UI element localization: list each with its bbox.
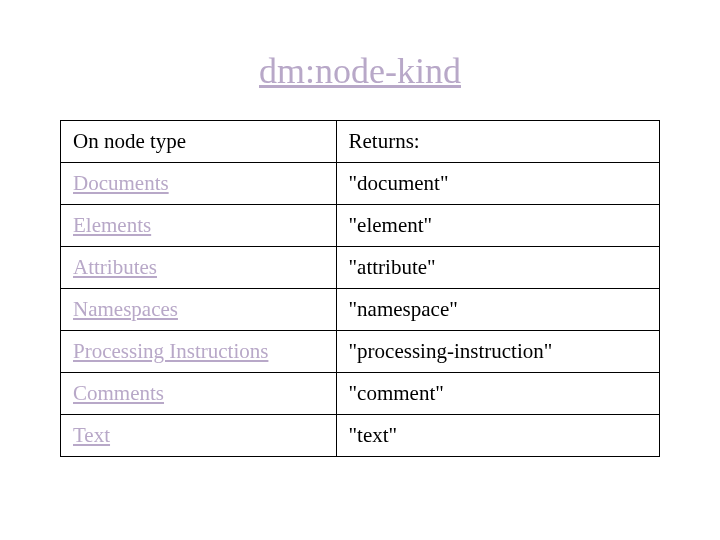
cell-node-type-namespaces[interactable]: Namespaces (61, 289, 337, 331)
table-row: Elements "element" (61, 205, 660, 247)
cell-returns: "text" (336, 415, 659, 457)
cell-node-type-processing-instructions[interactable]: Processing Instructions (61, 331, 337, 373)
cell-returns: "namespace" (336, 289, 659, 331)
header-node-type: On node type (61, 121, 337, 163)
cell-node-type-documents[interactable]: Documents (61, 163, 337, 205)
cell-node-type-attributes[interactable]: Attributes (61, 247, 337, 289)
table-row: Processing Instructions "processing-inst… (61, 331, 660, 373)
table-header-row: On node type Returns: (61, 121, 660, 163)
table-row: Namespaces "namespace" (61, 289, 660, 331)
cell-node-type-text[interactable]: Text (61, 415, 337, 457)
page-title: dm:node-kind (60, 50, 660, 92)
cell-returns: "processing-instruction" (336, 331, 659, 373)
cell-returns: "element" (336, 205, 659, 247)
table-row: Documents "document" (61, 163, 660, 205)
cell-returns: "document" (336, 163, 659, 205)
cell-node-type-comments[interactable]: Comments (61, 373, 337, 415)
header-returns: Returns: (336, 121, 659, 163)
table-row: Attributes "attribute" (61, 247, 660, 289)
cell-returns: "attribute" (336, 247, 659, 289)
table-row: Comments "comment" (61, 373, 660, 415)
cell-returns: "comment" (336, 373, 659, 415)
table-row: Text "text" (61, 415, 660, 457)
cell-node-type-elements[interactable]: Elements (61, 205, 337, 247)
node-kind-table: On node type Returns: Documents "documen… (60, 120, 660, 457)
